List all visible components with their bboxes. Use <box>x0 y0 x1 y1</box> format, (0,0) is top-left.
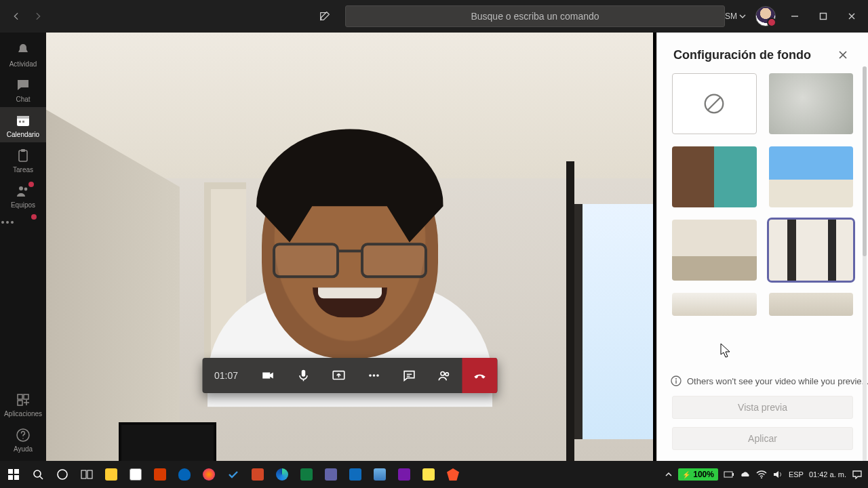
svg-point-18 <box>369 374 372 377</box>
panel-title: Configuración de fondo <box>673 48 811 62</box>
nav-chat[interactable]: Chat <box>0 72 46 107</box>
show-chat-button[interactable] <box>391 358 427 393</box>
bg-option-beach[interactable] <box>769 146 854 207</box>
tray-onedrive-icon[interactable] <box>740 469 751 480</box>
svg-rect-33 <box>81 470 86 479</box>
preview-button[interactable]: Vista previa <box>672 396 853 419</box>
search-input[interactable]: Busque o escriba un comando <box>345 5 725 27</box>
badge-dot <box>28 182 34 187</box>
outlook-icon[interactable] <box>344 461 366 488</box>
nav-tasks[interactable]: Tareas <box>0 142 46 178</box>
bg-option-blur[interactable] <box>769 73 854 134</box>
svg-rect-14 <box>18 401 22 405</box>
svg-point-10 <box>6 221 9 224</box>
nav-more[interactable] <box>0 213 46 232</box>
video-stage: 01:07 <box>46 33 653 461</box>
svg-point-9 <box>1 221 4 224</box>
svg-rect-5 <box>19 150 27 161</box>
taskbar: 100% ESP 01:42 a. m. <box>0 461 868 488</box>
brave-icon[interactable] <box>442 461 464 488</box>
svg-rect-28 <box>14 469 19 474</box>
window-minimize-button[interactable] <box>785 7 804 26</box>
hang-up-button[interactable] <box>462 358 497 393</box>
background-settings-panel: Configuración de fondo Others won't see … <box>656 33 868 461</box>
tray-chevron-icon[interactable] <box>665 470 673 479</box>
history-back-button[interactable] <box>7 7 26 26</box>
bg-option-room-2[interactable] <box>769 220 854 281</box>
bg-option-none[interactable] <box>672 73 757 134</box>
share-screen-button[interactable] <box>321 358 356 393</box>
svg-point-20 <box>376 374 379 377</box>
teams-icon[interactable] <box>320 461 342 488</box>
task-view-icon[interactable] <box>76 461 98 488</box>
svg-point-32 <box>58 470 67 479</box>
svg-rect-34 <box>87 470 92 479</box>
sticky-notes-icon[interactable] <box>418 461 439 488</box>
taskbar-clock[interactable]: 01:42 a. m. <box>809 470 846 479</box>
bg-option-room-1[interactable] <box>672 220 757 281</box>
photos-icon[interactable] <box>369 461 391 488</box>
bg-option-room-3[interactable] <box>672 293 757 316</box>
onedrive-icon[interactable] <box>174 461 195 488</box>
toggle-camera-button[interactable] <box>250 358 285 393</box>
battery-indicator[interactable]: 100% <box>678 468 718 481</box>
panel-close-button[interactable] <box>834 46 852 64</box>
svg-point-21 <box>441 372 445 376</box>
start-button[interactable] <box>3 461 24 488</box>
apply-button[interactable]: Aplicar <box>672 427 853 450</box>
mouse-cursor-icon <box>720 343 732 359</box>
svg-rect-13 <box>24 394 28 399</box>
svg-point-37 <box>761 477 762 479</box>
taskbar-search-icon[interactable] <box>27 461 49 488</box>
toggle-mic-button[interactable] <box>285 358 321 393</box>
nav-rail: Actividad Chat Calendario Tareas Equipos… <box>0 33 46 461</box>
show-participants-button[interactable] <box>427 358 462 393</box>
avatar[interactable] <box>755 6 776 26</box>
panel-scrollbar-thumb[interactable] <box>863 66 867 256</box>
svg-point-8 <box>24 188 28 191</box>
svg-rect-16 <box>301 370 305 377</box>
call-timer: 01:07 <box>202 370 250 381</box>
edge-icon[interactable] <box>271 461 293 488</box>
background-options-grid <box>657 73 868 316</box>
panel-info: Others won't see your video while you pr… <box>657 365 868 392</box>
svg-point-25 <box>675 378 677 380</box>
nav-calendar[interactable]: Calendario <box>0 107 46 142</box>
tray-volume-icon[interactable] <box>772 469 783 480</box>
todo-icon[interactable] <box>222 461 244 488</box>
search-placeholder: Busque o escriba un comando <box>471 11 599 22</box>
history-forward-button[interactable] <box>28 7 47 26</box>
tray-power-icon[interactable] <box>724 469 734 480</box>
svg-point-11 <box>11 221 14 224</box>
store-icon[interactable] <box>125 461 146 488</box>
bg-option-office[interactable] <box>672 146 757 207</box>
compose-icon[interactable] <box>315 7 334 26</box>
svg-rect-27 <box>8 469 13 474</box>
svg-point-22 <box>445 373 448 376</box>
svg-rect-36 <box>732 473 734 476</box>
window-maximize-button[interactable] <box>814 7 833 26</box>
onenote-icon[interactable] <box>393 461 415 488</box>
window-close-button[interactable] <box>842 7 861 26</box>
action-center-icon[interactable] <box>852 469 863 480</box>
svg-rect-0 <box>821 14 827 20</box>
input-language[interactable]: ESP <box>789 470 804 479</box>
nav-help[interactable]: Ayuda <box>0 422 46 457</box>
org-switcher[interactable]: SM <box>725 12 746 21</box>
cortana-icon[interactable] <box>52 461 73 488</box>
bg-option-room-4[interactable] <box>769 293 854 316</box>
call-control-bar: 01:07 <box>202 358 497 393</box>
video-self-preview <box>46 33 653 461</box>
nav-activity[interactable]: Actividad <box>0 37 46 72</box>
nav-apps[interactable]: Aplicaciones <box>0 386 46 422</box>
excel-icon[interactable] <box>296 461 317 488</box>
firefox-icon[interactable] <box>198 461 220 488</box>
tray-wifi-icon[interactable] <box>756 469 767 480</box>
svg-point-7 <box>19 186 23 190</box>
powerpoint-icon[interactable] <box>247 461 269 488</box>
nav-teams[interactable]: Equipos <box>0 178 46 213</box>
more-actions-button[interactable] <box>356 358 391 393</box>
file-explorer-icon[interactable] <box>100 461 122 488</box>
svg-rect-4 <box>22 121 24 123</box>
office-icon[interactable] <box>149 461 171 488</box>
